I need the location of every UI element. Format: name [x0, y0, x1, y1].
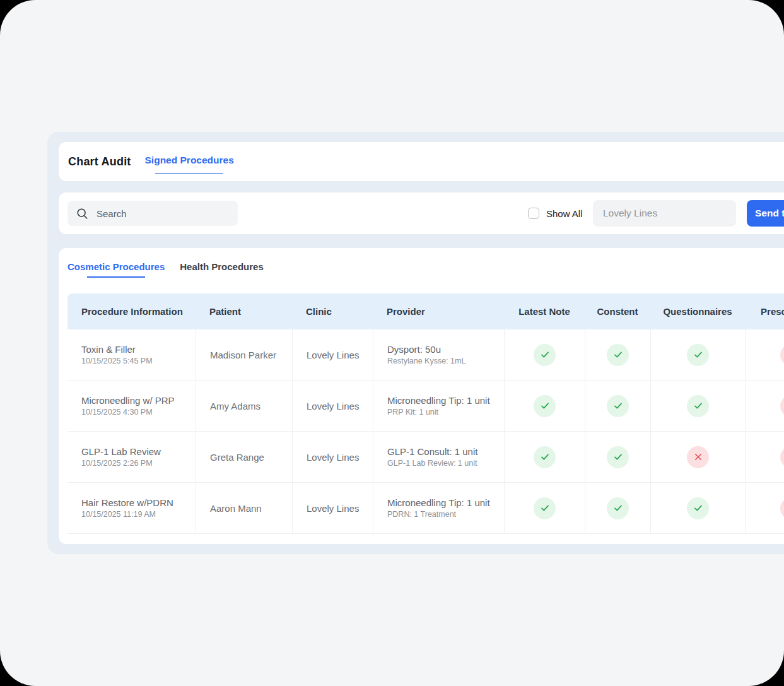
- procedures-card: Cosmetic Procedures Health Procedures Pr…: [59, 248, 784, 544]
- check-icon: [607, 446, 629, 468]
- latest-note-status: [504, 483, 585, 533]
- col-latest-note: Latest Note: [504, 306, 585, 317]
- col-constent: Constent: [585, 306, 650, 317]
- prescriptions-status: [745, 432, 784, 482]
- latest-note-status: [504, 432, 585, 482]
- prescriptions-status: [745, 483, 784, 533]
- tab-signed-procedures[interactable]: Signed Procedures: [145, 155, 234, 169]
- clinic-filter-value: Lovely Lines: [603, 208, 657, 219]
- provider-product-line1: Microneedling Tip: 1 unit: [387, 497, 504, 508]
- procedure-name: Toxin & Filler: [81, 344, 196, 355]
- questionnaires-status: [650, 329, 745, 380]
- procedure-tabs: Cosmetic Procedures Health Procedures: [59, 248, 784, 278]
- table-row[interactable]: GLP-1 Lab Review 10/15/2025 2:26 PM Gret…: [67, 432, 784, 483]
- provider-product-line2: GLP-1 Lab Review: 1 unit: [387, 459, 504, 468]
- provider-product-line1: GLP-1 Consult: 1 unit: [387, 446, 504, 457]
- questionnaires-status: [650, 432, 745, 482]
- tab-health-procedures[interactable]: Health Procedures: [180, 261, 264, 278]
- procedure-datetime: 10/15/2025 4:30 PM: [81, 408, 196, 417]
- send-button-label: Send t: [755, 208, 784, 219]
- table-row[interactable]: Microneedling w/ PRP 10/15/2025 4:30 PM …: [67, 381, 784, 432]
- check-icon: [534, 395, 556, 417]
- col-provider: Provider: [373, 306, 504, 317]
- col-procedure-information: Procedure Information: [67, 306, 196, 317]
- show-all-label: Show All: [546, 208, 583, 219]
- table-row[interactable]: Hair Restore w/PDRN 10/15/2025 11:19 AM …: [67, 483, 784, 534]
- cross-icon: [780, 344, 784, 366]
- check-icon: [534, 344, 556, 366]
- clinic-name: Lovely Lines: [292, 432, 373, 482]
- show-all-checkbox[interactable]: [528, 208, 539, 219]
- check-icon: [607, 497, 629, 519]
- table-row[interactable]: Toxin & Filler 10/15/2025 5:45 PM Madiso…: [67, 329, 784, 381]
- provider-product-line2: PRP Kit: 1 unit: [387, 408, 504, 417]
- check-icon: [687, 395, 709, 417]
- show-all-group: Show All: [528, 192, 583, 234]
- constent-status: [585, 432, 650, 482]
- cross-icon: [780, 497, 784, 519]
- check-icon: [534, 497, 556, 519]
- patient-name: Aaron Mann: [196, 483, 292, 533]
- procedure-datetime: 10/15/2025 11:19 AM: [81, 510, 196, 519]
- cross-icon: [780, 395, 784, 417]
- header-bar: Chart Audit Signed Procedures: [59, 142, 784, 181]
- provider-product-line2: PDRN: 1 Treatment: [387, 510, 504, 519]
- patient-name: Amy Adams: [196, 381, 292, 431]
- check-icon: [607, 344, 629, 366]
- procedure-datetime: 10/15/2025 2:26 PM: [81, 459, 196, 468]
- table-body: Toxin & Filler 10/15/2025 5:45 PM Madiso…: [67, 329, 784, 534]
- cross-icon: [687, 446, 709, 468]
- toolbar: Show All Lovely Lines Send t: [59, 192, 784, 234]
- search-input[interactable]: [95, 208, 221, 220]
- procedures-table: Procedure Information Patient Clinic Pro…: [67, 293, 784, 534]
- provider-product-line1: Microneedling Tip: 1 unit: [387, 395, 504, 406]
- patient-name: Greta Range: [196, 432, 292, 482]
- procedure-name: Hair Restore w/PDRN: [81, 497, 196, 508]
- check-icon: [687, 344, 709, 366]
- prescriptions-status: [745, 381, 784, 431]
- tab-cosmetic-procedures[interactable]: Cosmetic Procedures: [67, 261, 165, 278]
- col-patient: Patient: [196, 306, 292, 317]
- questionnaires-status: [650, 381, 745, 431]
- constent-status: [585, 381, 650, 431]
- search-icon: [76, 208, 88, 220]
- page-title: Chart Audit: [68, 155, 131, 169]
- search-box[interactable]: [67, 201, 238, 226]
- constent-status: [585, 483, 650, 533]
- check-icon: [607, 395, 629, 417]
- procedure-name: Microneedling w/ PRP: [81, 395, 196, 406]
- app-window: Chart Audit Signed Procedures Show All L…: [0, 0, 784, 686]
- questionnaires-status: [650, 483, 745, 533]
- col-clinic: Clinic: [292, 306, 373, 317]
- clinic-name: Lovely Lines: [292, 329, 373, 380]
- clinic-filter-select[interactable]: Lovely Lines: [593, 200, 736, 227]
- prescriptions-status: [745, 329, 784, 380]
- provider-product-line1: Dysport: 50u: [387, 344, 504, 355]
- patient-name: Madison Parker: [196, 329, 292, 380]
- send-button[interactable]: Send t: [747, 200, 784, 227]
- clinic-name: Lovely Lines: [292, 381, 373, 431]
- constent-status: [585, 329, 650, 380]
- latest-note-status: [504, 329, 585, 380]
- procedure-datetime: 10/15/2025 5:45 PM: [81, 357, 196, 365]
- latest-note-status: [504, 381, 585, 431]
- table-header-row: Procedure Information Patient Clinic Pro…: [67, 293, 784, 329]
- cross-icon: [780, 446, 784, 468]
- provider-product-line2: Restylane Kysse: 1mL: [387, 357, 504, 365]
- clinic-name: Lovely Lines: [292, 483, 373, 533]
- col-questionnaires: Questionnaires: [650, 306, 745, 317]
- procedure-name: GLP-1 Lab Review: [81, 446, 196, 457]
- col-prescriptions: Prescriptions: [745, 306, 784, 317]
- check-icon: [687, 497, 709, 519]
- check-icon: [534, 446, 556, 468]
